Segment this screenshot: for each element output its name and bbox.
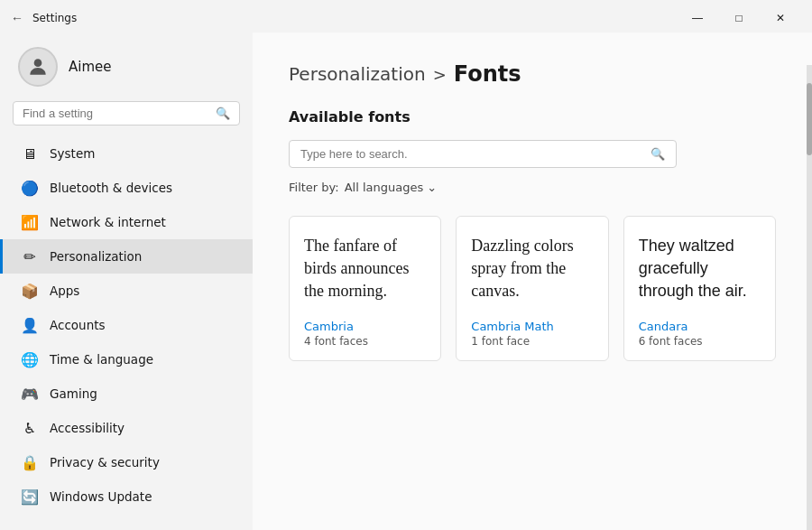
nav-label-network: Network & internet [50,215,166,229]
nav-icon-gaming: 🎮 [21,385,39,403]
nav-label-accessibility: Accessibility [50,421,125,435]
filter-value: All languages [345,181,424,194]
font-card-cambria-math[interactable]: Dazzling colors spray from the canvas. C… [456,216,608,361]
font-preview-text: The fanfare of birds announces the morni… [304,235,426,307]
breadcrumb-parent[interactable]: Personalization [289,63,426,85]
nav-icon-accounts: 👤 [21,316,39,334]
breadcrumb: Personalization > Fonts [289,61,776,87]
search-icon: 🔍 [216,107,230,120]
nav-label-windowsupdate: Windows Update [50,489,152,504]
font-faces: 6 font faces [639,335,761,348]
nav-icon-windowsupdate: 🔄 [21,488,39,506]
sidebar-item-network[interactable]: 📶 Network & internet [0,205,253,239]
fonts-grid: The fanfare of birds announces the morni… [289,216,776,361]
svg-point-0 [34,59,42,67]
main-content: Personalization > Fonts Available fonts … [253,33,812,530]
close-button[interactable]: ✕ [760,4,801,33]
nav-label-bluetooth: Bluetooth & devices [50,181,172,195]
user-section[interactable]: Aimee [0,33,253,101]
font-name: Candara [639,320,761,333]
sidebar-item-apps[interactable]: 📦 Apps [0,274,253,308]
breadcrumb-separator: > [433,65,447,84]
nav-list: 🖥 System 🔵 Bluetooth & devices 📶 Network… [0,136,253,514]
nav-label-personalization: Personalization [50,249,142,264]
nav-label-gaming: Gaming [50,386,97,401]
sidebar-item-system[interactable]: 🖥 System [0,136,253,171]
nav-icon-accessibility: ♿ [21,419,39,437]
sidebar-item-accessibility[interactable]: ♿ Accessibility [0,411,253,445]
section-title: Available fonts [289,108,776,126]
avatar [18,47,58,87]
filter-row: Filter by: All languages ⌄ [289,181,776,194]
nav-label-apps: Apps [50,284,79,298]
sidebar: Aimee 🔍 🖥 System 🔵 Bluetooth & devices 📶… [0,33,253,530]
font-preview-text: They waltzed gracefully through the air. [639,235,761,307]
font-name: Cambria Math [471,320,593,333]
window-controls: — □ ✕ [677,4,801,33]
sidebar-item-personalization[interactable]: ✏️ Personalization [0,239,253,274]
nav-icon-bluetooth: 🔵 [21,179,39,197]
nav-label-system: System [50,146,95,161]
font-card-candara[interactable]: They waltzed gracefully through the air.… [623,216,776,361]
back-button[interactable]: ← [11,11,23,25]
nav-icon-network: 📶 [21,213,39,231]
font-search-bar[interactable]: 🔍 [289,140,677,168]
font-search-input[interactable] [300,147,643,161]
chevron-down-icon: ⌄ [427,181,437,194]
sidebar-item-accounts[interactable]: 👤 Accounts [0,308,253,342]
title-bar: ← Settings — □ ✕ [0,0,812,33]
font-search-icon: 🔍 [651,147,665,161]
scrollbar-thumb[interactable] [807,83,812,155]
font-card-cambria[interactable]: The fanfare of birds announces the morni… [289,216,441,361]
search-bar[interactable]: 🔍 [13,101,240,126]
nav-icon-personalization: ✏️ [21,247,39,265]
maximize-button[interactable]: □ [718,4,760,33]
nav-label-time: Time & language [50,352,153,367]
scrollbar-track[interactable] [807,65,812,530]
filter-dropdown[interactable]: All languages ⌄ [345,181,437,194]
nav-icon-system: 🖥 [21,144,39,163]
search-input[interactable] [23,107,208,120]
nav-icon-time: 🌐 [21,350,39,368]
nav-label-privacy: Privacy & security [50,455,160,470]
minimize-button[interactable]: — [677,4,718,33]
nav-icon-apps: 📦 [21,282,39,300]
font-faces: 1 font face [471,335,593,348]
nav-label-accounts: Accounts [50,318,106,332]
app-title: Settings [32,12,77,24]
sidebar-item-time[interactable]: 🌐 Time & language [0,342,253,377]
filter-label: Filter by: [289,181,339,194]
username: Aimee [69,59,112,75]
sidebar-item-windowsupdate[interactable]: 🔄 Windows Update [0,479,253,514]
font-name: Cambria [304,320,426,333]
font-preview-text: Dazzling colors spray from the canvas. [471,235,593,307]
sidebar-item-gaming[interactable]: 🎮 Gaming [0,377,253,411]
sidebar-item-privacy[interactable]: 🔒 Privacy & security [0,445,253,479]
font-faces: 4 font faces [304,335,426,348]
breadcrumb-current: Fonts [454,61,521,87]
nav-icon-privacy: 🔒 [21,453,39,471]
app-body: Aimee 🔍 🖥 System 🔵 Bluetooth & devices 📶… [0,33,812,530]
sidebar-item-bluetooth[interactable]: 🔵 Bluetooth & devices [0,171,253,205]
